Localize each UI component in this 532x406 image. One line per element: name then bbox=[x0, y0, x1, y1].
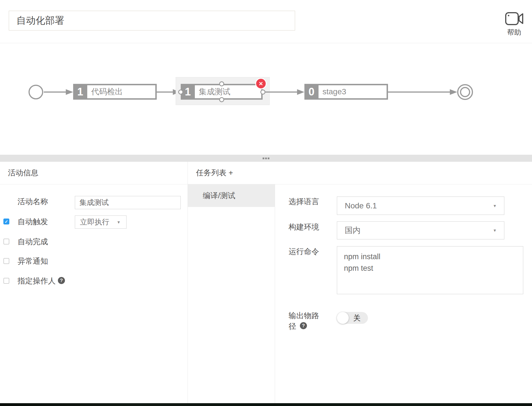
task-tab-compile-test[interactable]: 编译/测试 bbox=[187, 184, 275, 207]
pipeline-name-input[interactable] bbox=[9, 11, 295, 30]
exception-notify-checkbox[interactable] bbox=[3, 258, 9, 264]
run-command-label: 运行命令 bbox=[289, 247, 319, 256]
end-node-inner-ring bbox=[460, 87, 470, 97]
connector-arrow-icon bbox=[450, 89, 457, 95]
chevron-down-icon: ▼ bbox=[117, 220, 121, 224]
check-icon: ✓ bbox=[5, 219, 8, 224]
panel-divider bbox=[275, 184, 275, 403]
task-list-title[interactable]: 任务列表 + bbox=[196, 162, 233, 184]
close-icon: ✕ bbox=[259, 80, 263, 87]
panel-header-row: 活动信息 任务列表 + bbox=[0, 162, 532, 184]
connector-line bbox=[157, 91, 173, 93]
stage-label: stage3 bbox=[319, 85, 387, 98]
toggle-knob bbox=[337, 312, 349, 324]
question-mark-glyph: ? bbox=[60, 278, 63, 283]
operator-help-question-icon[interactable]: ? bbox=[58, 277, 65, 284]
question-mark-glyph: ? bbox=[302, 323, 305, 329]
stage-label: 代码检出 bbox=[87, 85, 155, 98]
connector-arrow-icon bbox=[297, 89, 304, 95]
trigger-mode-value: 立即执行 bbox=[80, 217, 109, 227]
help-label: 帮助 bbox=[502, 28, 527, 37]
language-label: 选择语言 bbox=[289, 197, 319, 206]
connection-handle-right[interactable] bbox=[260, 90, 265, 95]
chevron-down-icon: ▼ bbox=[493, 228, 497, 233]
stage-badge: 1 bbox=[73, 85, 87, 98]
stage-badge: 0 bbox=[304, 85, 319, 98]
panel-splitter[interactable] bbox=[0, 155, 532, 162]
connector-line bbox=[44, 91, 66, 93]
delete-stage-button[interactable]: ✕ bbox=[255, 78, 267, 89]
auto-trigger-label: 自动触发 bbox=[18, 217, 48, 226]
video-camera-icon bbox=[505, 12, 524, 25]
activity-name-label: 活动名称 bbox=[18, 197, 48, 206]
desktop-background-strip bbox=[0, 403, 532, 406]
stage-label: 集成测试 bbox=[195, 85, 261, 98]
connection-handle-left[interactable] bbox=[178, 90, 183, 95]
pipeline-editor-app: 帮助 1 代码检出 1 集成测试 ✕ 0 stage3 bbox=[0, 0, 532, 406]
trigger-mode-dropdown[interactable]: 立即执行 ▼ bbox=[75, 215, 127, 229]
pipeline-canvas[interactable]: 1 代码检出 1 集成测试 ✕ 0 stage3 bbox=[0, 43, 532, 155]
end-node[interactable] bbox=[457, 84, 473, 100]
stage-node-stage3[interactable]: 0 stage3 bbox=[304, 84, 388, 100]
header: 帮助 bbox=[0, 0, 532, 43]
output-path-label-line1: 输出物路 bbox=[289, 311, 319, 320]
connector-line bbox=[388, 91, 450, 93]
auto-trigger-checkbox[interactable]: ✓ bbox=[3, 219, 9, 224]
output-path-help-question-icon[interactable]: ? bbox=[300, 322, 307, 329]
auto-complete-label: 自动完成 bbox=[18, 237, 48, 246]
toggle-state-label: 关 bbox=[353, 312, 361, 324]
build-env-dropdown[interactable]: 国内 ▼ bbox=[337, 221, 504, 239]
connector-arrow-icon bbox=[66, 89, 73, 95]
activity-panel-title: 活动信息 bbox=[8, 162, 38, 184]
connector-line bbox=[265, 91, 297, 93]
output-path-toggle[interactable]: 关 bbox=[337, 312, 368, 324]
run-command-textarea[interactable]: npm install npm test bbox=[337, 246, 523, 294]
exception-notify-label: 异常通知 bbox=[18, 256, 48, 266]
start-node[interactable] bbox=[29, 85, 43, 99]
task-tab-label: 编译/测试 bbox=[203, 191, 236, 201]
output-path-label-line2: 径 bbox=[289, 322, 296, 331]
activity-name-input[interactable] bbox=[75, 196, 181, 209]
help-button[interactable]: 帮助 bbox=[502, 12, 527, 37]
language-dropdown[interactable]: Node 6.1 ▼ bbox=[337, 197, 504, 215]
chevron-down-icon: ▼ bbox=[493, 204, 497, 208]
assign-operator-label: 指定操作人 bbox=[18, 276, 56, 286]
build-env-label: 构建环境 bbox=[289, 222, 319, 232]
stage-node-checkout[interactable]: 1 代码检出 bbox=[73, 84, 157, 100]
drag-handle-icon bbox=[263, 158, 269, 159]
connection-handle-top[interactable] bbox=[219, 81, 224, 86]
language-value: Node 6.1 bbox=[345, 201, 377, 210]
auto-complete-checkbox[interactable] bbox=[3, 239, 9, 245]
connection-handle-bottom[interactable] bbox=[219, 97, 224, 102]
build-env-value: 国内 bbox=[345, 225, 361, 236]
assign-operator-checkbox[interactable] bbox=[3, 278, 9, 284]
